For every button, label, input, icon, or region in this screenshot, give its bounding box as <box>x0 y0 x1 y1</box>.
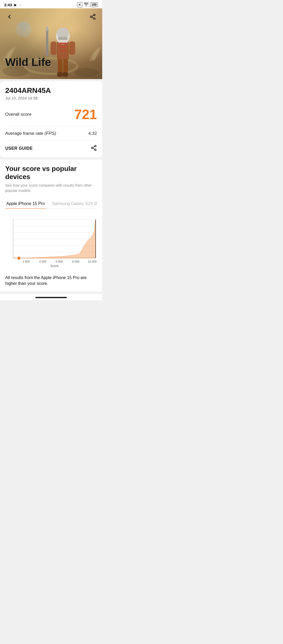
svg-rect-19 <box>63 72 68 77</box>
more-icon: ··· <box>19 3 22 7</box>
svg-rect-11 <box>59 50 67 51</box>
svg-text:2 000: 2 000 <box>23 260 30 263</box>
svg-rect-12 <box>51 41 57 55</box>
user-guide-row[interactable]: USER GUIDE <box>5 145 97 152</box>
overall-score-value: 721 <box>74 107 97 122</box>
hero-section: Wild Life <box>0 8 102 79</box>
fps-row: Average frame rate (FPS) 4.32 <box>5 131 97 141</box>
score-chart: 2 000 4 000 6 000 8 000 10 000 Score <box>5 214 97 272</box>
result-card: 2404ARN45A Jul 10, 2024 14:38 Overall sc… <box>0 81 102 157</box>
status-left: 2:43 ▶ ··· <box>4 3 22 7</box>
svg-point-21 <box>90 16 92 18</box>
result-id: 2404ARN45A <box>5 86 97 95</box>
status-right: ✕ 100 <box>77 2 98 7</box>
user-guide-label: USER GUIDE <box>5 146 33 151</box>
svg-rect-13 <box>69 41 75 55</box>
status-time: 2:43 <box>4 3 12 7</box>
svg-line-23 <box>92 17 94 18</box>
tab-samsung[interactable]: Samsung Galaxy S24 (Exyno… <box>51 199 97 209</box>
home-indicator <box>0 294 102 300</box>
battery-icon: 100 <box>90 2 98 7</box>
svg-line-28 <box>93 148 95 149</box>
svg-text:6 000: 6 000 <box>56 260 63 263</box>
svg-text:8 000: 8 000 <box>72 260 79 263</box>
fps-label: Average frame rate (FPS) <box>5 131 56 136</box>
wifi-icon <box>84 3 89 7</box>
svg-point-27 <box>95 149 96 151</box>
svg-line-29 <box>93 147 95 148</box>
svg-rect-14 <box>46 29 48 56</box>
svg-line-24 <box>92 15 94 16</box>
benchmark-title: Wild Life <box>5 56 51 69</box>
svg-point-40 <box>17 256 21 260</box>
score-row: Overall score 721 <box>5 107 97 127</box>
svg-point-25 <box>95 145 96 147</box>
comparison-card: Your score vs popular devices See how yo… <box>0 159 102 292</box>
back-button[interactable] <box>4 12 15 22</box>
svg-point-20 <box>94 14 95 16</box>
overall-score-label: Overall score <box>5 112 31 117</box>
home-bar <box>35 297 67 298</box>
status-bar: 2:43 ▶ ··· ✕ 100 <box>0 0 102 8</box>
device-tabs: Apple iPhone 15 Pro Samsung Galaxy S24 (… <box>5 199 97 209</box>
share-button-card[interactable] <box>91 145 97 152</box>
tab-iphone[interactable]: Apple iPhone 15 Pro <box>5 199 46 209</box>
fps-value: 4.32 <box>88 131 97 136</box>
hero-nav <box>0 12 102 22</box>
close-icon: ✕ <box>77 2 82 7</box>
comparison-title: Your score vs popular devices <box>5 165 97 181</box>
svg-text:4 000: 4 000 <box>39 260 46 263</box>
svg-rect-8 <box>58 37 67 40</box>
share-button-hero[interactable] <box>88 12 98 22</box>
svg-rect-9 <box>59 43 67 44</box>
result-date: Jul 10, 2024 14:38 <box>5 96 97 100</box>
svg-point-26 <box>91 147 93 149</box>
svg-text:Score: Score <box>50 264 59 268</box>
svg-point-7 <box>57 27 69 38</box>
chart-note: All results from the Apple iPhone 15 Pro… <box>5 275 97 287</box>
svg-marker-15 <box>45 25 49 31</box>
svg-point-22 <box>94 18 95 19</box>
svg-text:10 000: 10 000 <box>88 260 97 263</box>
svg-rect-18 <box>57 72 63 77</box>
comparison-subtitle: See how your score compares with results… <box>5 183 97 193</box>
svg-rect-10 <box>59 46 67 47</box>
play-icon: ▶ <box>14 3 17 7</box>
